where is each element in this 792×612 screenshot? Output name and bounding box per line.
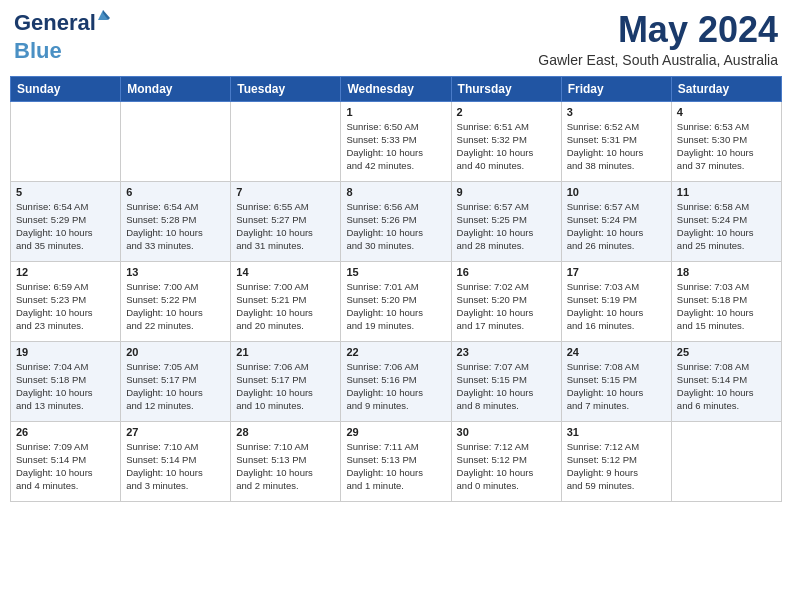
day-number: 18 <box>677 266 776 278</box>
empty-cell <box>231 101 341 181</box>
day-number: 25 <box>677 346 776 358</box>
day-info: Sunrise: 7:02 AMSunset: 5:20 PMDaylight:… <box>457 280 556 333</box>
day-info: Sunrise: 6:50 AMSunset: 5:33 PMDaylight:… <box>346 120 445 173</box>
calendar-day-10: 10Sunrise: 6:57 AMSunset: 5:24 PMDayligh… <box>561 181 671 261</box>
day-info: Sunrise: 7:07 AMSunset: 5:15 PMDaylight:… <box>457 360 556 413</box>
calendar-day-4: 4Sunrise: 6:53 AMSunset: 5:30 PMDaylight… <box>671 101 781 181</box>
day-number: 4 <box>677 106 776 118</box>
day-number: 2 <box>457 106 556 118</box>
calendar-day-5: 5Sunrise: 6:54 AMSunset: 5:29 PMDaylight… <box>11 181 121 261</box>
title-block: May 2024 Gawler East, South Australia, A… <box>538 10 778 68</box>
day-number: 27 <box>126 426 225 438</box>
empty-cell <box>11 101 121 181</box>
calendar-day-12: 12Sunrise: 6:59 AMSunset: 5:23 PMDayligh… <box>11 261 121 341</box>
calendar-day-14: 14Sunrise: 7:00 AMSunset: 5:21 PMDayligh… <box>231 261 341 341</box>
day-number: 26 <box>16 426 115 438</box>
day-info: Sunrise: 6:57 AMSunset: 5:25 PMDaylight:… <box>457 200 556 253</box>
day-number: 8 <box>346 186 445 198</box>
calendar-day-3: 3Sunrise: 6:52 AMSunset: 5:31 PMDaylight… <box>561 101 671 181</box>
day-info: Sunrise: 7:01 AMSunset: 5:20 PMDaylight:… <box>346 280 445 333</box>
day-number: 17 <box>567 266 666 278</box>
calendar-day-25: 25Sunrise: 7:08 AMSunset: 5:14 PMDayligh… <box>671 341 781 421</box>
day-info: Sunrise: 7:10 AMSunset: 5:13 PMDaylight:… <box>236 440 335 493</box>
day-number: 30 <box>457 426 556 438</box>
day-info: Sunrise: 7:03 AMSunset: 5:19 PMDaylight:… <box>567 280 666 333</box>
day-number: 3 <box>567 106 666 118</box>
day-number: 5 <box>16 186 115 198</box>
calendar-day-27: 27Sunrise: 7:10 AMSunset: 5:14 PMDayligh… <box>121 421 231 501</box>
col-header-sunday: Sunday <box>11 76 121 101</box>
day-info: Sunrise: 7:08 AMSunset: 5:15 PMDaylight:… <box>567 360 666 413</box>
day-number: 1 <box>346 106 445 118</box>
day-info: Sunrise: 6:56 AMSunset: 5:26 PMDaylight:… <box>346 200 445 253</box>
col-header-tuesday: Tuesday <box>231 76 341 101</box>
day-number: 24 <box>567 346 666 358</box>
day-number: 15 <box>346 266 445 278</box>
calendar-week-row: 5Sunrise: 6:54 AMSunset: 5:29 PMDaylight… <box>11 181 782 261</box>
calendar-day-23: 23Sunrise: 7:07 AMSunset: 5:15 PMDayligh… <box>451 341 561 421</box>
logo: General Blue <box>14 10 96 64</box>
day-number: 19 <box>16 346 115 358</box>
calendar-day-20: 20Sunrise: 7:05 AMSunset: 5:17 PMDayligh… <box>121 341 231 421</box>
empty-cell <box>671 421 781 501</box>
day-info: Sunrise: 7:08 AMSunset: 5:14 PMDaylight:… <box>677 360 776 413</box>
day-info: Sunrise: 7:06 AMSunset: 5:17 PMDaylight:… <box>236 360 335 413</box>
calendar-day-7: 7Sunrise: 6:55 AMSunset: 5:27 PMDaylight… <box>231 181 341 261</box>
calendar-week-row: 26Sunrise: 7:09 AMSunset: 5:14 PMDayligh… <box>11 421 782 501</box>
month-title: May 2024 <box>538 10 778 50</box>
day-number: 7 <box>236 186 335 198</box>
calendar-day-30: 30Sunrise: 7:12 AMSunset: 5:12 PMDayligh… <box>451 421 561 501</box>
day-info: Sunrise: 6:54 AMSunset: 5:29 PMDaylight:… <box>16 200 115 253</box>
day-number: 11 <box>677 186 776 198</box>
day-info: Sunrise: 6:55 AMSunset: 5:27 PMDaylight:… <box>236 200 335 253</box>
empty-cell <box>121 101 231 181</box>
calendar-day-24: 24Sunrise: 7:08 AMSunset: 5:15 PMDayligh… <box>561 341 671 421</box>
col-header-thursday: Thursday <box>451 76 561 101</box>
day-info: Sunrise: 6:59 AMSunset: 5:23 PMDaylight:… <box>16 280 115 333</box>
calendar-day-18: 18Sunrise: 7:03 AMSunset: 5:18 PMDayligh… <box>671 261 781 341</box>
day-number: 12 <box>16 266 115 278</box>
calendar-day-21: 21Sunrise: 7:06 AMSunset: 5:17 PMDayligh… <box>231 341 341 421</box>
calendar-day-26: 26Sunrise: 7:09 AMSunset: 5:14 PMDayligh… <box>11 421 121 501</box>
calendar-week-row: 1Sunrise: 6:50 AMSunset: 5:33 PMDaylight… <box>11 101 782 181</box>
calendar-day-16: 16Sunrise: 7:02 AMSunset: 5:20 PMDayligh… <box>451 261 561 341</box>
day-info: Sunrise: 7:05 AMSunset: 5:17 PMDaylight:… <box>126 360 225 413</box>
col-header-friday: Friday <box>561 76 671 101</box>
day-number: 10 <box>567 186 666 198</box>
col-header-saturday: Saturday <box>671 76 781 101</box>
calendar-week-row: 12Sunrise: 6:59 AMSunset: 5:23 PMDayligh… <box>11 261 782 341</box>
calendar-day-29: 29Sunrise: 7:11 AMSunset: 5:13 PMDayligh… <box>341 421 451 501</box>
day-info: Sunrise: 6:54 AMSunset: 5:28 PMDaylight:… <box>126 200 225 253</box>
day-info: Sunrise: 6:58 AMSunset: 5:24 PMDaylight:… <box>677 200 776 253</box>
day-info: Sunrise: 7:12 AMSunset: 5:12 PMDaylight:… <box>567 440 666 493</box>
day-number: 29 <box>346 426 445 438</box>
day-number: 9 <box>457 186 556 198</box>
calendar-table: SundayMondayTuesdayWednesdayThursdayFrid… <box>10 76 782 502</box>
day-number: 22 <box>346 346 445 358</box>
day-info: Sunrise: 7:00 AMSunset: 5:22 PMDaylight:… <box>126 280 225 333</box>
day-info: Sunrise: 7:09 AMSunset: 5:14 PMDaylight:… <box>16 440 115 493</box>
day-number: 23 <box>457 346 556 358</box>
calendar-day-19: 19Sunrise: 7:04 AMSunset: 5:18 PMDayligh… <box>11 341 121 421</box>
day-number: 28 <box>236 426 335 438</box>
day-number: 21 <box>236 346 335 358</box>
day-info: Sunrise: 7:12 AMSunset: 5:12 PMDaylight:… <box>457 440 556 493</box>
day-info: Sunrise: 6:52 AMSunset: 5:31 PMDaylight:… <box>567 120 666 173</box>
day-number: 14 <box>236 266 335 278</box>
calendar-day-22: 22Sunrise: 7:06 AMSunset: 5:16 PMDayligh… <box>341 341 451 421</box>
calendar-day-2: 2Sunrise: 6:51 AMSunset: 5:32 PMDaylight… <box>451 101 561 181</box>
logo-blue-text: Blue <box>14 38 62 63</box>
location-title: Gawler East, South Australia, Australia <box>538 52 778 68</box>
calendar-day-8: 8Sunrise: 6:56 AMSunset: 5:26 PMDaylight… <box>341 181 451 261</box>
col-header-wednesday: Wednesday <box>341 76 451 101</box>
calendar-day-11: 11Sunrise: 6:58 AMSunset: 5:24 PMDayligh… <box>671 181 781 261</box>
calendar-day-9: 9Sunrise: 6:57 AMSunset: 5:25 PMDaylight… <box>451 181 561 261</box>
calendar-day-13: 13Sunrise: 7:00 AMSunset: 5:22 PMDayligh… <box>121 261 231 341</box>
calendar-day-17: 17Sunrise: 7:03 AMSunset: 5:19 PMDayligh… <box>561 261 671 341</box>
day-info: Sunrise: 7:06 AMSunset: 5:16 PMDaylight:… <box>346 360 445 413</box>
calendar-week-row: 19Sunrise: 7:04 AMSunset: 5:18 PMDayligh… <box>11 341 782 421</box>
day-info: Sunrise: 7:10 AMSunset: 5:14 PMDaylight:… <box>126 440 225 493</box>
calendar-day-28: 28Sunrise: 7:10 AMSunset: 5:13 PMDayligh… <box>231 421 341 501</box>
day-info: Sunrise: 7:04 AMSunset: 5:18 PMDaylight:… <box>16 360 115 413</box>
calendar-day-15: 15Sunrise: 7:01 AMSunset: 5:20 PMDayligh… <box>341 261 451 341</box>
